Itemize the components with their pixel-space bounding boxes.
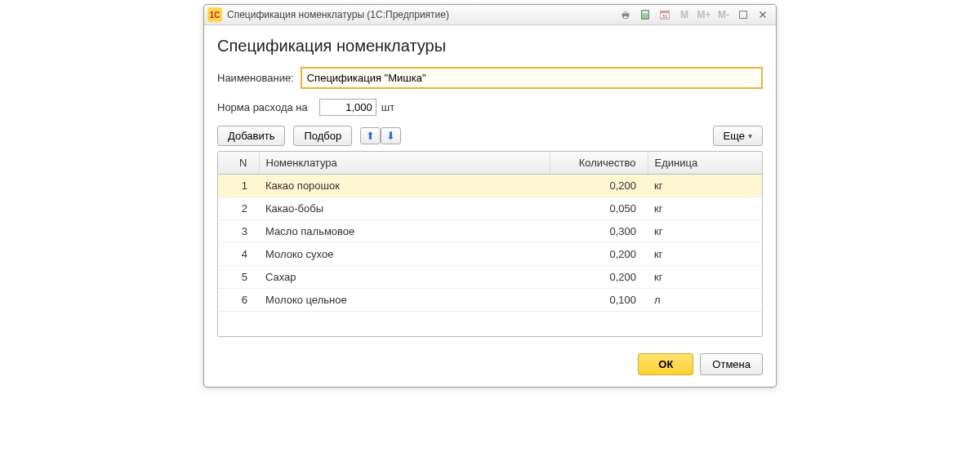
rate-row: Норма расхода на шт [217, 99, 763, 116]
close-icon[interactable] [754, 7, 772, 23]
cell-item: Сахар [259, 266, 550, 289]
rate-label: Норма расхода на [217, 101, 308, 113]
cell-unit: кг [648, 266, 762, 289]
cell-item: Молоко сухое [259, 243, 550, 266]
table-row[interactable]: 1Какао порошок0,200кг [218, 175, 762, 197]
page-title: Спецификация номенклатуры [217, 37, 763, 55]
name-input[interactable] [301, 67, 763, 89]
svg-rect-2 [623, 16, 627, 19]
svg-rect-4 [643, 11, 648, 14]
rate-input[interactable] [319, 99, 376, 116]
name-label: Наименование: [217, 72, 294, 84]
more-label: Еще [724, 130, 745, 142]
cancel-button[interactable]: Отмена [700, 353, 763, 375]
window-title: Спецификация номенклатуры (1С:Предприяти… [227, 9, 449, 20]
cell-qty: 0,200 [550, 175, 648, 197]
cell-qty: 0,100 [550, 289, 648, 312]
cell-n: 6 [218, 289, 259, 312]
calendar-icon[interactable]: 31 [656, 7, 674, 23]
cell-qty: 0,300 [550, 220, 648, 243]
cell-n: 3 [218, 220, 259, 243]
chevron-down-icon: ▾ [748, 131, 752, 140]
footer: ОК Отмена [204, 345, 776, 387]
cell-qty: 0,200 [550, 266, 648, 289]
titlebar: 1С Спецификация номенклатуры (1С:Предпри… [204, 5, 776, 25]
app-icon: 1С [207, 7, 222, 22]
cell-n: 5 [218, 266, 259, 289]
minimize-icon[interactable] [734, 7, 752, 23]
cell-item: Масло пальмовое [259, 220, 550, 243]
cell-n: 1 [218, 175, 259, 197]
print-icon[interactable] [617, 7, 635, 23]
col-header-item[interactable]: Номенклатура [259, 152, 550, 175]
move-up-button[interactable]: ⬆ [360, 127, 381, 144]
col-header-qty[interactable]: Количество [550, 152, 648, 175]
cell-n: 2 [218, 197, 259, 220]
arrow-up-icon: ⬆ [366, 131, 375, 141]
memory-mplus-button[interactable]: M+ [695, 7, 713, 23]
memory-mminus-button[interactable]: M- [715, 7, 733, 23]
cell-item: Молоко цельное [259, 289, 550, 312]
table-row[interactable]: 6Молоко цельное0,100л [218, 289, 762, 312]
cell-item: Какао-бобы [259, 197, 550, 220]
add-button[interactable]: Добавить [217, 126, 285, 146]
cell-unit: кг [648, 243, 762, 266]
calculator-icon[interactable] [636, 7, 654, 23]
arrow-down-icon: ⬇ [386, 131, 395, 141]
app-window: 1С Спецификация номенклатуры (1С:Предпри… [203, 4, 777, 388]
svg-text:31: 31 [662, 13, 668, 19]
svg-rect-1 [623, 11, 627, 14]
name-row: Наименование: [217, 67, 763, 89]
cell-unit: кг [648, 175, 762, 197]
cell-unit: л [648, 289, 762, 312]
cell-qty: 0,200 [550, 243, 648, 266]
table-header-row: N Номенклатура Количество Единица [218, 152, 762, 175]
memory-m-button[interactable]: M [675, 7, 693, 23]
more-button[interactable]: Еще▾ [713, 126, 763, 146]
cell-unit: кг [648, 197, 762, 220]
table-toolbar: Добавить Подбор ⬆ ⬇ Еще▾ [217, 126, 763, 146]
content-area: Спецификация номенклатуры Наименование: … [204, 25, 776, 345]
cell-n: 4 [218, 243, 259, 266]
table-row[interactable]: 2Какао-бобы0,050кг [218, 197, 762, 220]
col-header-n[interactable]: N [218, 152, 259, 175]
ok-button[interactable]: ОК [638, 353, 693, 375]
svg-rect-8 [740, 11, 747, 19]
cell-qty: 0,050 [550, 197, 648, 220]
rate-unit: шт [381, 101, 394, 113]
cell-unit: кг [648, 220, 762, 243]
table-row[interactable]: 5Сахар0,200кг [218, 266, 762, 289]
cell-item: Какао порошок [259, 175, 550, 197]
table-row[interactable]: 4Молоко сухое0,200кг [218, 243, 762, 266]
table-row[interactable]: 3Масло пальмовое0,300кг [218, 220, 762, 243]
move-down-button[interactable]: ⬇ [381, 127, 401, 144]
spec-table: N Номенклатура Количество Единица 1Какао… [217, 151, 763, 337]
col-header-unit[interactable]: Единица [648, 152, 762, 175]
pick-button[interactable]: Подбор [293, 126, 352, 146]
